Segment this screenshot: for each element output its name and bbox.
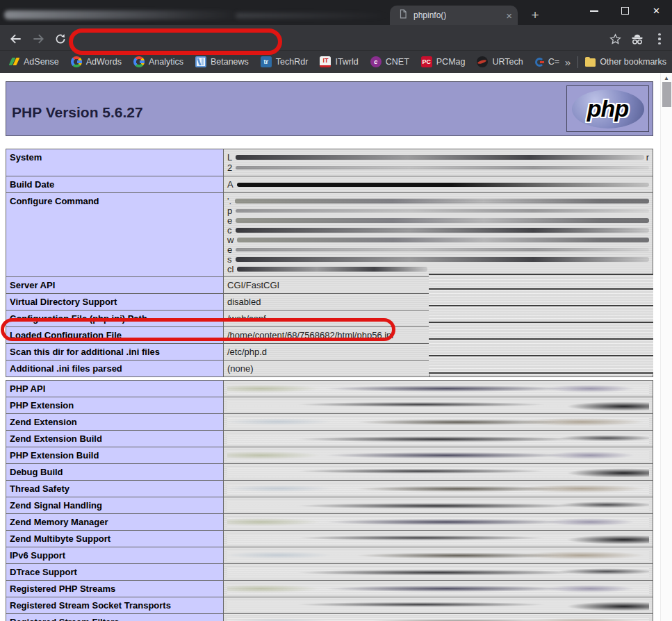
browser-tab[interactable]: phpinfo() × <box>390 6 518 25</box>
info-label-cell: Configuration File (php.ini) Path <box>6 310 224 327</box>
bookmark-item-pcmag[interactable]: PCPCMag <box>421 56 466 67</box>
pcmag-icon: PC <box>421 56 432 67</box>
info-table-wrap: SystemLr2Build DateAConfigure Command'.p… <box>6 149 653 621</box>
redacted-smear <box>227 400 649 411</box>
star-icon <box>609 33 622 46</box>
maximize-button[interactable] <box>609 0 641 22</box>
info-value-cell <box>224 431 653 447</box>
redacted-smear <box>237 267 427 272</box>
info-label-cell: PHP API <box>6 381 224 397</box>
info-label-cell: Zend Extension Build <box>6 431 224 447</box>
bookmark-item-betanews[interactable]: Betanews <box>195 56 249 67</box>
reload-icon <box>54 33 67 45</box>
reload-button[interactable] <box>51 30 69 48</box>
page-favicon-icon <box>398 9 408 22</box>
redacted-smear <box>236 155 644 160</box>
info-value: (none) <box>227 363 254 374</box>
info-label-cell: Debug Build <box>6 464 224 481</box>
bookmark-item-cnet[interactable]: cCNET <box>370 56 409 67</box>
redacted-line: s <box>227 254 649 264</box>
info-value-cell <box>224 547 653 564</box>
incognito-badge <box>626 30 648 48</box>
bookmark-label: CNET <box>386 57 409 67</box>
forward-arrow-icon <box>31 32 45 46</box>
folder-icon <box>585 58 596 67</box>
redacted-smear <box>227 450 649 461</box>
bookmark-item-itwrld[interactable]: ITITwrld <box>320 56 358 67</box>
redacted-smear <box>227 517 649 527</box>
info-value-cell <box>224 614 653 621</box>
bookmark-item-adsense[interactable]: AdSense <box>8 56 59 67</box>
info-value-cell: '.pecwescl <box>224 193 653 277</box>
browser-menu-button[interactable] <box>648 30 671 48</box>
info-row-zend-extension-build: Zend Extension Build <box>6 431 653 447</box>
close-button[interactable]: × <box>641 0 672 22</box>
info-row-php-extension: PHP Extension <box>6 397 653 414</box>
incognito-icon <box>630 32 645 47</box>
redacted-line: e <box>227 245 649 254</box>
techrdr-icon: tr <box>261 56 272 67</box>
scrollbar-thumb[interactable] <box>662 82 671 107</box>
bookmark-star-button[interactable] <box>604 30 626 48</box>
info-value-cell <box>224 597 653 614</box>
info-value-cell: A <box>224 176 653 193</box>
bookmarks-divider <box>577 56 578 68</box>
info-label-cell: Loaded Configuration File <box>6 327 224 344</box>
bookmark-item-c[interactable]: C= <box>535 57 559 67</box>
google-g-icon <box>71 56 82 67</box>
tab-close-icon[interactable]: × <box>506 10 512 21</box>
bookmark-label: ITwrld <box>335 57 358 67</box>
redacted-smear <box>236 166 649 169</box>
info-label-cell: Thread Safety <box>6 481 224 497</box>
new-tab-button[interactable]: + <box>527 7 543 24</box>
redacted-smear <box>227 467 649 477</box>
bookmark-item-urtech[interactable]: URTech <box>477 56 523 67</box>
minimize-button[interactable] <box>578 0 609 22</box>
info-row-php-api: PHP API <box>6 381 653 397</box>
bookmark-label: AdWords <box>86 57 122 67</box>
redacted-smear <box>227 483 649 494</box>
bookmark-label: TechRdr <box>276 57 309 67</box>
info-row-configure-command: Configure Command'.pecwescl <box>6 193 653 277</box>
info-row-zend-extension: Zend Extension <box>6 414 653 431</box>
blurred-window-title <box>4 10 244 19</box>
info-row-registered-php-streams: Registered PHP Streams <box>6 581 653 597</box>
redacted-smear <box>227 617 649 621</box>
bookmark-item-techrdr[interactable]: trTechRdr <box>261 56 309 67</box>
bookmark-item-analytics[interactable]: Analytics <box>133 56 183 67</box>
bookmarks-bar: AdSenseAdWordsAnalyticsBetanewstrTechRdr… <box>0 50 672 73</box>
redacted-line: e <box>227 215 649 225</box>
bookmarks-overflow-chevron[interactable]: » <box>565 56 571 68</box>
redacted-smear <box>227 567 649 577</box>
bookmark-item-adwords[interactable]: AdWords <box>71 56 122 67</box>
info-label-cell: Registered Stream Socket Transports <box>6 597 224 614</box>
info-table-bottom: PHP APIPHP ExtensionZend ExtensionZend E… <box>6 380 653 621</box>
kebab-menu-icon <box>658 33 660 44</box>
info-label-cell: Zend Signal Handling <box>6 497 224 514</box>
info-label-cell: Server API <box>6 277 224 294</box>
table-misalign-artifact <box>429 274 653 374</box>
other-bookmarks-button[interactable]: Other bookmarks <box>585 57 666 67</box>
info-label-cell: Zend Memory Manager <box>6 514 224 531</box>
info-value: CGI/FastCGI <box>227 280 279 290</box>
info-row-dtrace-support: DTrace Support <box>6 564 653 581</box>
betanews-icon <box>195 56 206 67</box>
info-label-cell: Build Date <box>6 176 224 193</box>
vertical-scrollbar[interactable]: ▲ <box>660 73 672 621</box>
info-row-ipv6-support: IPv6 Support <box>6 547 653 564</box>
bookmark-label: URTech <box>492 57 523 67</box>
redacted-smear <box>227 500 649 511</box>
info-row-php-extension-build: PHP Extension Build <box>6 447 653 464</box>
blurred-window-title-2 <box>236 13 389 18</box>
info-label-cell: Zend Extension <box>6 414 224 431</box>
info-value-cell <box>224 581 653 597</box>
redacted-line: 2 <box>227 163 649 173</box>
scroll-up-arrow-icon[interactable]: ▲ <box>661 75 672 81</box>
forward-button[interactable] <box>29 30 47 48</box>
back-button[interactable] <box>7 30 25 48</box>
minimize-icon <box>590 10 598 12</box>
info-label-cell: Additional .ini files parsed <box>6 361 224 377</box>
title-bar: phpinfo() × + × <box>0 0 672 25</box>
cnet-icon: c <box>370 56 382 67</box>
phpinfo-header: PHP Version 5.6.27 php <box>6 81 653 136</box>
